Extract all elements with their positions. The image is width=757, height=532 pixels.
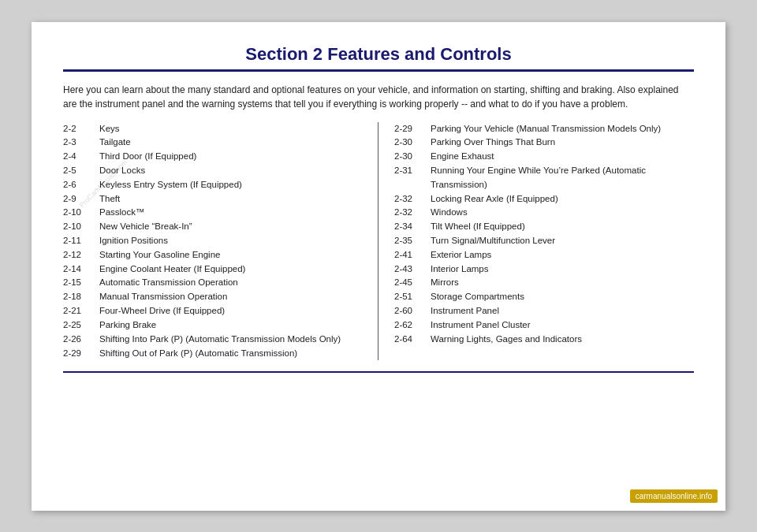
entry-label: Shifting Out of Park (P) (Automatic Tran…: [99, 347, 362, 361]
entry-label: Keyless Entry System (If Equipped): [99, 178, 362, 192]
left-column: 2-2Keys2-3Tailgate2-4Third Door (If Equi…: [63, 122, 378, 361]
page-ref: 2-10: [63, 206, 91, 220]
entry-label: Tilt Wheel (If Equipped): [431, 220, 694, 234]
entry-label: Mirrors: [431, 276, 694, 290]
list-item: 2-32Windows: [394, 206, 694, 220]
list-item: 2-32Locking Rear Axle (If Equipped): [394, 192, 694, 206]
entry-label: Ignition Positions: [99, 234, 362, 248]
page-ref: 2-62: [394, 318, 423, 333]
list-item: 2-12Starting Your Gasoline Engine: [63, 248, 362, 262]
page-ref: 2-15: [63, 276, 91, 290]
page-ref: 2-2: [63, 122, 91, 136]
page-ref: 2-4: [63, 150, 91, 164]
entry-label: Running Your Engine While You’re Parked …: [431, 164, 694, 192]
entry-label: Instrument Panel Cluster: [431, 318, 694, 333]
page-ref: 2-6: [63, 178, 91, 192]
entry-label: Parking Over Things That Burn: [431, 136, 694, 150]
entry-label: New Vehicle “Break-In”: [99, 220, 362, 234]
page-ref: 2-14: [63, 262, 91, 277]
list-item: 2-45Mirrors: [394, 276, 694, 290]
page-ref: 2-31: [394, 164, 423, 192]
list-item: 2-18Manual Transmission Operation: [63, 290, 362, 304]
entry-label: Keys: [99, 122, 362, 136]
entry-label: Exterior Lamps: [431, 248, 694, 262]
entry-label: Engine Exhaust: [431, 150, 694, 164]
entry-label: Door Locks: [99, 164, 362, 178]
list-item: 2-64Warning Lights, Gages and Indicators: [394, 333, 694, 347]
page-ref: 2-10: [63, 220, 91, 234]
top-rule: [63, 69, 694, 72]
page-ref: 2-32: [394, 192, 423, 206]
list-item: 2-3Tailgate: [63, 136, 362, 150]
entry-label: Engine Coolant Heater (If Equipped): [99, 262, 362, 277]
list-item: 2-10New Vehicle “Break-In”: [63, 220, 362, 234]
page-ref: 2-41: [394, 248, 423, 262]
entry-label: Automatic Transmission Operation: [99, 276, 362, 290]
page-ref: 2-51: [394, 290, 423, 304]
list-item: 2-14Engine Coolant Heater (If Equipped): [63, 262, 362, 277]
list-item: 2-31Running Your Engine While You’re Par…: [394, 164, 694, 192]
list-item: 2-5Door Locks: [63, 164, 362, 178]
list-item: 2-43Interior Lamps: [394, 262, 694, 277]
entry-label: Warning Lights, Gages and Indicators: [431, 333, 694, 347]
list-item: 2-10Passlock™: [63, 206, 362, 220]
page-ref: 2-25: [63, 318, 91, 333]
entry-label: Locking Rear Axle (If Equipped): [431, 192, 694, 206]
document-page: Section 2 Features and Controls Here you…: [32, 22, 725, 511]
list-item: 2-11Ignition Positions: [63, 234, 362, 248]
entry-label: Interior Lamps: [431, 262, 694, 277]
entry-label: Passlock™: [99, 206, 362, 220]
list-item: 2-35Turn Signal/Multifunction Lever: [394, 234, 694, 248]
page-ref: 2-60: [394, 304, 423, 318]
list-item: 2-25Parking Brake: [63, 318, 362, 333]
list-item: 2-29Parking Your Vehicle (Manual Transmi…: [394, 122, 694, 136]
list-item: 2-41Exterior Lamps: [394, 248, 694, 262]
page-ref: 2-11: [63, 234, 91, 248]
page-ref: 2-43: [394, 262, 423, 277]
list-item: 2-9Theft: [63, 192, 362, 206]
list-item: 2-6Keyless Entry System (If Equipped): [63, 178, 362, 192]
page-ref: 2-64: [394, 333, 423, 347]
entry-label: Storage Compartments: [431, 290, 694, 304]
list-item: 2-60Instrument Panel: [394, 304, 694, 318]
page-ref: 2-30: [394, 150, 423, 164]
page-ref: 2-35: [394, 234, 423, 248]
page-ref: 2-29: [394, 122, 423, 136]
page-ref: 2-9: [63, 192, 91, 206]
entry-label: Tailgate: [99, 136, 362, 150]
page-ref: 2-26: [63, 333, 91, 347]
page-ref: 2-29: [63, 347, 91, 361]
page-ref: 2-5: [63, 164, 91, 178]
list-item: 2-30Engine Exhaust: [394, 150, 694, 164]
entry-label: Theft: [99, 192, 362, 206]
page-ref: 2-45: [394, 276, 423, 290]
list-item: 2-15Automatic Transmission Operation: [63, 276, 362, 290]
page-ref: 2-3: [63, 136, 91, 150]
list-item: 2-29Shifting Out of Park (P) (Automatic …: [63, 347, 362, 361]
list-item: 2-62Instrument Panel Cluster: [394, 318, 694, 333]
page-ref: 2-12: [63, 248, 91, 262]
list-item: 2-30Parking Over Things That Burn: [394, 136, 694, 150]
page-ref: 2-30: [394, 136, 423, 150]
bottom-rule: [63, 371, 694, 373]
page-ref: 2-32: [394, 206, 423, 220]
section-title: Section 2 Features and Controls: [63, 44, 694, 65]
page-ref: 2-18: [63, 290, 91, 304]
list-item: 2-51Storage Compartments: [394, 290, 694, 304]
entry-label: Four-Wheel Drive (If Equipped): [99, 304, 362, 318]
toc-content: 2-2Keys2-3Tailgate2-4Third Door (If Equi…: [63, 122, 694, 361]
page-ref: 2-34: [394, 220, 423, 234]
entry-label: Manual Transmission Operation: [99, 290, 362, 304]
entry-label: Parking Brake: [99, 318, 362, 333]
list-item: 2-4Third Door (If Equipped): [63, 150, 362, 164]
intro-text: Here you can learn about the many standa…: [63, 83, 694, 111]
list-item: 2-34Tilt Wheel (If Equipped): [394, 220, 694, 234]
page-ref: 2-21: [63, 304, 91, 318]
carmanuals-badge: carmanualsonline.info: [630, 489, 718, 503]
list-item: 2-2Keys: [63, 122, 362, 136]
entry-label: Shifting Into Park (P) (Automatic Transm…: [99, 333, 362, 347]
entry-label: Windows: [431, 206, 694, 220]
entry-label: Instrument Panel: [431, 304, 694, 318]
entry-label: Starting Your Gasoline Engine: [99, 248, 362, 262]
list-item: 2-21Four-Wheel Drive (If Equipped): [63, 304, 362, 318]
